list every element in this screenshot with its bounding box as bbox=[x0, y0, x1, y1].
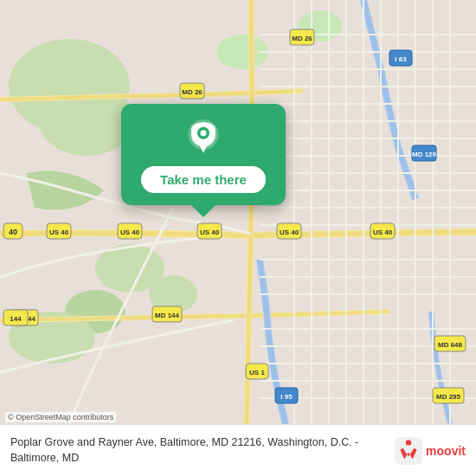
svg-text:MD 129: MD 129 bbox=[412, 151, 437, 158]
svg-text:US 40: US 40 bbox=[373, 228, 393, 236]
svg-text:US 40: US 40 bbox=[280, 228, 299, 236]
svg-text:US 1: US 1 bbox=[249, 369, 265, 376]
bottom-bar: Poplar Grove and Rayner Ave, Baltimore, … bbox=[0, 424, 476, 476]
svg-text:I 83: I 83 bbox=[395, 55, 407, 63]
take-me-there-button[interactable]: Take me there bbox=[141, 166, 266, 193]
address-text: Poplar Grove and Rayner Ave, Baltimore, … bbox=[10, 435, 388, 466]
moovit-logo-icon bbox=[395, 437, 422, 465]
svg-point-81 bbox=[200, 130, 206, 136]
osm-attribution: © OpenStreetMap contributors bbox=[5, 412, 116, 422]
map-container: MD 26 MD 26 US 40 US 40 US 40 US 40 US 4… bbox=[0, 0, 476, 424]
location-pin-icon bbox=[184, 119, 222, 158]
svg-text:MD 295: MD 295 bbox=[436, 393, 461, 401]
svg-text:MD 144: MD 144 bbox=[155, 312, 180, 319]
svg-text:MD 26: MD 26 bbox=[182, 88, 203, 96]
svg-text:US 40: US 40 bbox=[49, 228, 69, 236]
moovit-text: moovit bbox=[426, 444, 466, 458]
map-svg: MD 26 MD 26 US 40 US 40 US 40 US 40 US 4… bbox=[0, 0, 476, 424]
svg-point-84 bbox=[406, 440, 411, 445]
popup-card[interactable]: Take me there bbox=[121, 104, 286, 205]
svg-text:40: 40 bbox=[9, 228, 17, 236]
svg-text:144: 144 bbox=[10, 315, 22, 323]
svg-text:MD 26: MD 26 bbox=[292, 35, 312, 42]
svg-text:I 95: I 95 bbox=[280, 393, 293, 401]
svg-text:US 40: US 40 bbox=[120, 228, 140, 236]
svg-text:US 40: US 40 bbox=[200, 228, 220, 236]
svg-text:MD 648: MD 648 bbox=[438, 341, 463, 349]
moovit-logo: moovit bbox=[395, 437, 466, 465]
